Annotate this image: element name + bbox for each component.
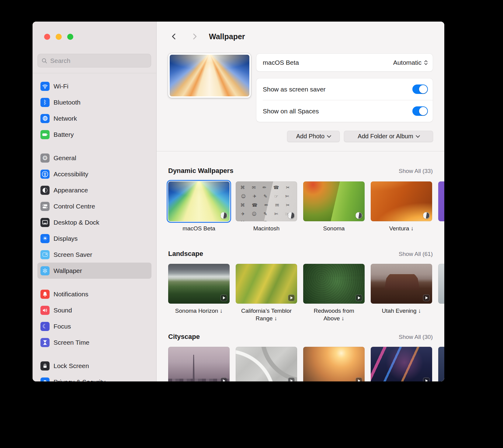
sidebar-divider <box>33 73 156 73</box>
dynamic-badge-icon <box>423 212 430 219</box>
dynamic-badge-icon <box>356 212 362 219</box>
sidebar-item-appearance[interactable]: Appearance <box>37 182 151 198</box>
screen-saver-icon <box>40 250 50 259</box>
video-badge-icon <box>220 377 227 381</box>
wallpaper-settings-pane: Wallpaper macOS Beta Automatic Show as s… <box>157 22 444 381</box>
sidebar-item-wallpaper[interactable]: Wallpaper <box>37 263 151 279</box>
all-spaces-label: Show on all Spaces <box>263 108 319 115</box>
thumb-image <box>303 264 365 304</box>
wallpaper-thumb-ventura[interactable]: Ventura ↓ <box>371 181 432 232</box>
sidebar-item-network[interactable]: Network <box>37 110 151 126</box>
network-globe-icon <box>40 114 50 123</box>
bluetooth-icon: ᛒ <box>40 98 50 107</box>
cityscape-row <box>168 347 444 381</box>
screen-saver-toggle[interactable] <box>412 84 428 94</box>
sidebar-item-screen-saver[interactable]: Screen Saver <box>37 246 151 263</box>
sidebar-item-label: Wi-Fi <box>54 83 68 90</box>
search-icon <box>41 57 48 64</box>
wallpaper-thumb-partial[interactable] <box>438 264 444 322</box>
sidebar-item-battery[interactable]: Battery <box>37 126 151 143</box>
all-spaces-toggle[interactable] <box>412 106 428 116</box>
wallpaper-thumb-sonoma-horizon[interactable]: Sonoma Horizon ↓ <box>168 264 230 322</box>
wallpaper-thumb-partial[interactable] <box>438 347 444 381</box>
sidebar-item-label: Focus <box>54 323 71 330</box>
wallpaper-thumb-temblor-range[interactable]: California’s Temblor Range ↓ <box>236 264 297 322</box>
lock-icon <box>40 361 50 370</box>
wallpaper-thumb-interchange[interactable] <box>236 347 297 381</box>
sidebar-item-label: Control Centre <box>54 203 95 210</box>
chevron-down-icon <box>327 133 331 138</box>
battery-icon <box>40 130 50 139</box>
close-button[interactable] <box>44 34 50 40</box>
thumb-label: macOS Beta <box>182 225 215 232</box>
video-badge-icon <box>423 295 430 301</box>
thumb-image <box>438 181 444 221</box>
wallpaper-thumb-city-haze[interactable] <box>168 347 230 381</box>
screen-time-hourglass-icon <box>40 338 50 347</box>
sidebar-item-control-centre[interactable]: Control Centre <box>37 198 151 214</box>
sidebar-item-accessibility[interactable]: Accessibility <box>37 166 151 182</box>
back-button[interactable] <box>170 32 178 41</box>
sidebar-item-label: Sound <box>54 307 72 314</box>
sidebar-item-notifications[interactable]: Notifications <box>37 286 151 302</box>
sidebar-item-label: Desktop & Dock <box>54 219 99 226</box>
minimize-button[interactable] <box>56 34 62 40</box>
wallpaper-options-card: Show as screen saver Show on all Spaces <box>256 78 433 122</box>
wallpaper-thumb-redwoods[interactable]: Redwoods from Above ↓ <box>303 264 365 322</box>
show-all-landscape[interactable]: Show All (61) <box>399 251 433 257</box>
thumb-image: ⌘ ✉ ✏ ☎ ✂ ☺ ✈ ✎ ☞ ✄ ⌘ ☎ ✏ ✉ ✂ ✈ ☺ ✎ ✄ ☞ … <box>236 181 297 221</box>
forward-button[interactable] <box>191 32 199 41</box>
zoom-button[interactable] <box>67 34 73 40</box>
thumb-image <box>168 264 230 304</box>
sidebar-item-label: Battery <box>54 131 74 138</box>
sidebar-item-desktop-dock[interactable]: Desktop & Dock <box>37 214 151 230</box>
screen-saver-row: Show as screen saver <box>256 78 433 100</box>
show-all-dynamic[interactable]: Show All (33) <box>399 168 433 174</box>
thumb-image <box>168 181 230 221</box>
mode-popup-button[interactable]: Automatic <box>393 59 428 66</box>
wallpaper-thumb-city-sunset[interactable] <box>303 347 365 381</box>
gear-icon: ⚙ <box>40 153 50 163</box>
sidebar-item-sound[interactable]: Sound <box>37 302 151 318</box>
video-badge-icon <box>356 377 362 381</box>
desktop-dock-icon <box>40 218 50 227</box>
wallpaper-thumb-city-night[interactable] <box>371 347 432 381</box>
thumb-label: Ventura ↓ <box>389 225 414 232</box>
sound-speaker-icon <box>40 306 50 315</box>
thumb-image <box>438 264 444 304</box>
section-title-dynamic: Dynamic Wallpapers <box>168 167 233 175</box>
thumb-image <box>371 347 432 381</box>
sidebar-item-label: Displays <box>54 235 78 242</box>
sidebar-item-displays[interactable]: ☀ Displays <box>37 230 151 246</box>
wallpaper-mode-card: macOS Beta Automatic <box>256 54 433 71</box>
sidebar: Wi-Fi ᛒ Bluetooth Network Battery ⚙ <box>33 22 157 381</box>
sidebar-item-focus[interactable]: ☾ Focus <box>37 318 151 334</box>
sidebar-item-label: Network <box>54 115 77 122</box>
focus-moon-icon: ☾ <box>40 322 50 331</box>
wallpaper-thumb-utah-evening[interactable]: Utah Evening ↓ <box>371 264 432 322</box>
sidebar-item-wifi[interactable]: Wi-Fi <box>37 78 151 94</box>
show-all-cityscape[interactable]: Show All (30) <box>399 334 433 340</box>
sidebar-item-screen-time[interactable]: Screen Time <box>37 334 151 350</box>
system-settings-window: Wi-Fi ᛒ Bluetooth Network Battery ⚙ <box>33 22 444 381</box>
add-folder-button[interactable]: Add Folder or Album <box>344 131 433 142</box>
wallpaper-thumb-macos-beta[interactable]: macOS Beta <box>168 181 230 232</box>
sidebar-item-bluetooth[interactable]: ᛒ Bluetooth <box>37 94 151 110</box>
wallpaper-flower-icon <box>40 266 50 275</box>
wallpaper-thumb-macintosh[interactable]: ⌘ ✉ ✏ ☎ ✂ ☺ ✈ ✎ ☞ ✄ ⌘ ☎ ✏ ✉ ✂ ✈ ☺ ✎ ✄ ☞ … <box>236 181 297 232</box>
sidebar-item-label: Bluetooth <box>54 99 81 106</box>
sidebar-item-general[interactable]: ⚙ General <box>37 150 151 166</box>
popup-chevrons-icon <box>423 60 428 66</box>
sidebar-item-label: Notifications <box>54 291 88 298</box>
privacy-hand-icon <box>40 377 50 382</box>
search-input[interactable] <box>50 57 147 64</box>
wallpaper-thumb-partial[interactable] <box>438 181 444 232</box>
current-wallpaper-name: macOS Beta <box>263 59 299 66</box>
thumb-label: Sonoma <box>323 225 345 232</box>
sidebar-item-lock-screen[interactable]: Lock Screen <box>37 358 151 374</box>
sidebar-item-privacy-security[interactable]: Privacy & Security <box>37 374 151 381</box>
add-photo-button[interactable]: Add Photo <box>287 131 340 142</box>
sidebar-item-label: Privacy & Security <box>54 378 105 382</box>
wallpaper-thumb-sonoma[interactable]: Sonoma <box>303 181 365 232</box>
control-centre-icon <box>40 202 50 211</box>
